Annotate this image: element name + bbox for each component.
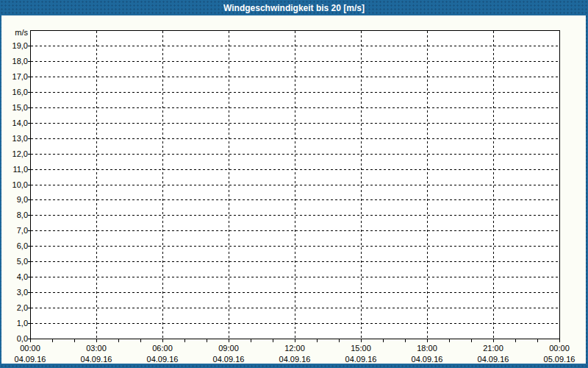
wind-speed-chart-plot — [0, 0, 588, 368]
window-frame: Windgeschwindigkeit bis 20 [m/s] 0,01,02… — [0, 0, 588, 368]
